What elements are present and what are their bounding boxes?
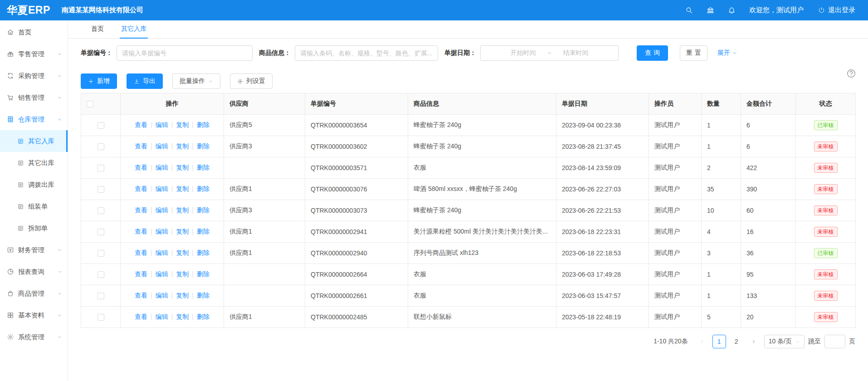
row-action-delete[interactable]: 删除 bbox=[197, 313, 210, 320]
cell-operator: 测试用户 bbox=[649, 136, 702, 157]
reset-button[interactable]: 重置 bbox=[680, 45, 707, 61]
export-button[interactable]: 导出 bbox=[127, 73, 163, 89]
row-action-copy[interactable]: 复制 bbox=[176, 121, 189, 128]
search-icon[interactable] bbox=[685, 6, 693, 14]
bill-no-input[interactable] bbox=[117, 45, 253, 61]
row-checkbox[interactable] bbox=[98, 229, 104, 235]
sidebar-item-disassembly[interactable]: 拆卸单 bbox=[0, 217, 68, 239]
row-action-view[interactable]: 查看 bbox=[135, 164, 147, 171]
sidebar-item-other-inbound[interactable]: 其它入库 bbox=[0, 130, 68, 152]
page-size-select[interactable]: 10 条/页 bbox=[764, 335, 805, 348]
sidebar-item-assembly[interactable]: 组装单 bbox=[0, 195, 68, 217]
sidebar-item-retail[interactable]: 零售管理 bbox=[0, 43, 68, 65]
row-checkbox[interactable] bbox=[98, 186, 104, 193]
next-page-button[interactable] bbox=[747, 335, 761, 348]
add-button[interactable]: 新增 bbox=[81, 73, 117, 89]
row-action-view[interactable]: 查看 bbox=[135, 185, 147, 192]
cell-bill-no: QTRK00000002664 bbox=[305, 264, 408, 285]
row-checkbox[interactable] bbox=[98, 122, 104, 129]
row-action-delete[interactable]: 删除 bbox=[197, 249, 210, 256]
tab-home[interactable]: 首页 bbox=[90, 20, 105, 39]
row-action-edit[interactable]: 编辑 bbox=[156, 292, 168, 299]
expand-link[interactable]: 展开 bbox=[717, 49, 737, 57]
row-action-delete[interactable]: 删除 bbox=[197, 142, 210, 150]
row-checkbox[interactable] bbox=[98, 314, 104, 321]
row-action-copy[interactable]: 复制 bbox=[176, 185, 189, 192]
row-checkbox[interactable] bbox=[98, 143, 104, 150]
logout-button[interactable]: 退出登录 bbox=[818, 6, 855, 15]
row-action-delete[interactable]: 删除 bbox=[197, 185, 210, 192]
row-action-edit[interactable]: 编辑 bbox=[156, 228, 168, 235]
row-action-view[interactable]: 查看 bbox=[135, 228, 147, 235]
tab-other-inbound[interactable]: 其它入库 bbox=[120, 20, 148, 39]
row-checkbox[interactable] bbox=[98, 165, 104, 171]
sidebar-item-basic[interactable]: 基本资料 bbox=[0, 304, 68, 326]
row-action-delete[interactable]: 删除 bbox=[197, 292, 210, 299]
row-action-edit[interactable]: 编辑 bbox=[156, 206, 168, 214]
row-action-view[interactable]: 查看 bbox=[135, 142, 147, 150]
row-action-copy[interactable]: 复制 bbox=[176, 313, 189, 320]
row-action-delete[interactable]: 删除 bbox=[197, 270, 210, 278]
row-action-delete[interactable]: 删除 bbox=[197, 228, 210, 235]
row-action-edit[interactable]: 编辑 bbox=[156, 249, 168, 256]
row-action-edit[interactable]: 编辑 bbox=[156, 142, 168, 150]
row-action-copy[interactable]: 复制 bbox=[176, 206, 189, 214]
sidebar-item-other-outbound[interactable]: 其它出库 bbox=[0, 152, 68, 174]
row-action-edit[interactable]: 编辑 bbox=[156, 121, 168, 128]
row-action-edit[interactable]: 编辑 bbox=[156, 270, 168, 278]
prev-page-button[interactable] bbox=[695, 335, 709, 348]
sidebar-item-sales[interactable]: 销售管理 bbox=[0, 87, 68, 108]
row-action-edit[interactable]: 编辑 bbox=[156, 164, 168, 171]
question-icon[interactable] bbox=[846, 68, 856, 78]
cell-status: 未审核 bbox=[796, 136, 856, 157]
row-action-view[interactable]: 查看 bbox=[135, 121, 147, 128]
row-action-view[interactable]: 查看 bbox=[135, 249, 147, 256]
batch-actions-button[interactable]: 批量操作 bbox=[172, 73, 220, 89]
row-checkbox[interactable] bbox=[98, 271, 104, 278]
page-button-1[interactable]: 1 bbox=[712, 335, 726, 348]
row-checkbox[interactable] bbox=[98, 250, 104, 257]
row-action-view[interactable]: 查看 bbox=[135, 313, 147, 320]
row-action-delete[interactable]: 删除 bbox=[197, 206, 210, 214]
page-size-value: 10 条/页 bbox=[769, 337, 792, 346]
pagination-bar: 1-10 共20条 12 10 条/页 跳至 页 bbox=[81, 335, 855, 348]
bank-icon[interactable] bbox=[707, 6, 714, 14]
bell-icon[interactable] bbox=[728, 6, 736, 14]
sidebar-item-warehouse[interactable]: 仓库管理 bbox=[0, 108, 68, 130]
jump-page-input[interactable] bbox=[824, 335, 845, 348]
page-button-2[interactable]: 2 bbox=[730, 335, 743, 348]
row-action-delete[interactable]: 删除 bbox=[197, 121, 210, 128]
row-checkbox[interactable] bbox=[98, 293, 104, 299]
select-all-checkbox[interactable] bbox=[87, 101, 93, 107]
row-action-edit[interactable]: 编辑 bbox=[156, 185, 168, 192]
cell-product: 蜂蜜柚子茶 240g bbox=[408, 115, 556, 136]
row-action-edit[interactable]: 编辑 bbox=[156, 313, 168, 320]
row-action-copy[interactable]: 复制 bbox=[176, 292, 189, 299]
row-action-copy[interactable]: 复制 bbox=[176, 228, 189, 235]
cell-product: 联想小新鼠标 bbox=[408, 307, 556, 328]
row-action-view[interactable]: 查看 bbox=[135, 206, 147, 214]
search-button[interactable]: 查询 bbox=[637, 45, 668, 61]
material-input[interactable] bbox=[295, 45, 438, 61]
status-badge: 未审核 bbox=[814, 312, 838, 322]
row-checkbox[interactable] bbox=[98, 207, 104, 214]
column-header: 操作员 bbox=[649, 93, 702, 115]
sidebar-item-purchase[interactable]: 采购管理 bbox=[0, 65, 68, 87]
row-action-copy[interactable]: 复制 bbox=[176, 249, 189, 256]
row-action-view[interactable]: 查看 bbox=[135, 292, 147, 299]
sidebar-item-home[interactable]: 首页 bbox=[0, 21, 68, 43]
cell-amount: 60 bbox=[741, 200, 796, 221]
sidebar-item-finance[interactable]: 财务管理 bbox=[0, 239, 68, 261]
cell-operator: 测试用户 bbox=[649, 285, 702, 307]
sidebar-item-report[interactable]: 报表查询 bbox=[0, 261, 68, 283]
column-settings-button[interactable]: 列设置 bbox=[230, 73, 273, 89]
sidebar-item-allocation-outbound[interactable]: 调拨出库 bbox=[0, 174, 68, 195]
sidebar-item-system[interactable]: 系统管理 bbox=[0, 326, 68, 348]
row-action-delete[interactable]: 删除 bbox=[197, 164, 210, 171]
date-range-input[interactable]: 开始时间 ~ 结束时间 bbox=[480, 45, 619, 61]
row-action-copy[interactable]: 复制 bbox=[176, 270, 189, 278]
row-action-copy[interactable]: 复制 bbox=[176, 142, 189, 150]
sidebar-item-goods[interactable]: 商品管理 bbox=[0, 283, 68, 304]
row-action-copy[interactable]: 复制 bbox=[176, 164, 189, 171]
row-action-view[interactable]: 查看 bbox=[135, 270, 147, 278]
